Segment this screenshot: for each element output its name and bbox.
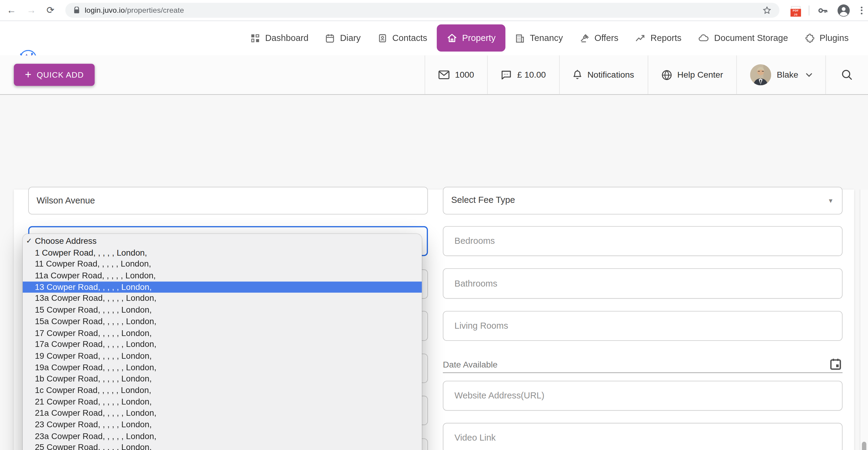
nav-reports[interactable]: Reports [627,24,690,52]
browser-profile-icon[interactable] [837,4,850,17]
app-navbar: Dashboard Diary Contacts Property [0,21,868,56]
plus-icon: + [25,69,31,80]
envelope-icon [438,71,450,79]
video-link-field[interactable] [443,423,842,450]
bathrooms-input[interactable] [443,269,842,298]
help-center-label: Help Center [677,70,723,80]
nav-tenancy[interactable]: Tenancy [507,24,571,52]
website-input[interactable] [443,382,842,410]
nav-label: Offers [594,33,618,43]
browser-menu-icon[interactable] [859,6,865,14]
user-menu[interactable]: Blake [736,56,825,94]
nav-label: Document Storage [714,33,788,43]
select-arrow-icon: ▼ [828,197,834,204]
url-path: /properties/create [125,6,184,14]
pdfjs-extension-icon[interactable]: PDF JS [791,6,801,15]
address-option[interactable]: 21a Cowper Road, , , , , London, [23,407,422,419]
address-option[interactable]: 1b Cowper Road, , , , , London, [23,373,422,385]
main-content: ✓ Choose Address 1 Cowper Road, , , , , … [0,95,868,450]
address-option[interactable]: 23a Cowper Road, , , , , London, [23,430,422,442]
bookmark-star-icon[interactable] [762,5,772,15]
address-dropdown: ✓ Choose Address 1 Cowper Road, , , , , … [23,234,422,450]
globe-icon [661,69,672,80]
nav-diary[interactable]: Diary [317,24,369,52]
fee-type-select[interactable]: Select Fee Type ▼ [443,187,842,215]
nav-label: Dashboard [265,33,308,43]
nav-label: Contacts [392,33,427,43]
dashboard-icon [250,33,260,43]
quick-bar: + QUICK ADD 1000 £ 10.00 Notifications [0,56,868,95]
contacts-icon [377,33,388,43]
address-option[interactable]: 25 Cowper Road, , , , , London, [23,442,422,450]
living-rooms-input[interactable] [443,311,842,340]
address-option[interactable]: 17a Cowper Road, , , , , London, [23,339,422,350]
date-available-label: Date Available [443,360,498,370]
address-option[interactable]: 15a Cowper Road, , , , , London, [23,316,422,328]
nav-contacts[interactable]: Contacts [369,24,435,52]
address-option-header[interactable]: ✓ Choose Address [23,235,422,247]
address-option[interactable]: 13 Cowper Road, , , , , London, [23,281,422,293]
puzzle-icon [805,33,815,43]
user-name: Blake [777,70,798,80]
password-key-icon[interactable] [818,6,829,15]
street-field[interactable] [28,187,428,215]
page-scrollbar[interactable] [860,190,868,450]
bedrooms-input[interactable] [443,227,842,256]
address-option[interactable]: 1 Cowper Road, , , , , London, [23,247,422,259]
diary-icon [325,33,335,43]
bathrooms-field[interactable] [443,269,842,299]
quick-add-button[interactable]: + QUICK ADD [14,64,95,86]
browser-chrome: ← → ⟳ login.juvo.io/properties/create PD… [0,0,868,21]
chat-bubble-icon [501,70,512,80]
nav-label: Diary [340,33,361,43]
chrome-divider [809,5,809,15]
address-option[interactable]: 21 Cowper Road, , , , , London, [23,396,422,407]
trend-icon [635,33,646,43]
address-bar[interactable]: login.juvo.io/properties/create [65,3,780,18]
notifications-button[interactable]: Notifications [559,56,647,94]
nav-label: Reports [651,33,681,43]
email-credits[interactable]: 1000 [425,56,487,94]
video-link-input[interactable] [443,423,842,450]
address-option[interactable]: 23 Cowper Road, , , , , London, [23,419,422,430]
address-option-list: ✓ Choose Address 1 Cowper Road, , , , , … [23,235,422,450]
user-avatar [750,64,771,85]
nav-plugins[interactable]: Plugins [796,24,857,52]
gavel-icon [579,33,589,43]
email-count: 1000 [455,70,474,80]
browser-back-button[interactable]: ← [7,5,16,15]
address-option[interactable]: 1c Cowper Road, , , , , London, [23,385,422,396]
nav-offers[interactable]: Offers [571,24,627,52]
home-icon [447,33,457,44]
notifications-label: Notifications [587,70,634,80]
date-available-field[interactable] [443,372,842,373]
nav-property[interactable]: Property [437,24,506,52]
calendar-icon[interactable] [830,358,841,370]
cloud-icon [698,33,709,43]
bell-icon [573,69,582,80]
search-button[interactable] [825,56,868,94]
street-input[interactable] [29,188,427,214]
address-option[interactable]: 19 Cowper Road, , , , , London, [23,350,422,362]
nav-dashboard[interactable]: Dashboard [242,24,317,52]
nav-document-storage[interactable]: Document Storage [690,24,797,52]
living-rooms-field[interactable] [443,311,842,341]
address-option[interactable]: 11 Cowper Road, , , , , London, [23,258,422,270]
sms-balance[interactable]: £ 10.00 [487,56,559,94]
scrollbar-thumb[interactable] [862,442,867,450]
lock-icon [73,7,80,14]
address-option[interactable]: 11a Cowper Road, , , , , London, [23,270,422,281]
bedrooms-field[interactable] [443,226,842,256]
address-option[interactable]: 15 Cowper Road, , , , , London, [23,305,422,316]
address-option[interactable]: 17 Cowper Road, , , , , London, [23,327,422,339]
fee-type-value: Select Fee Type [443,188,842,213]
search-icon [841,69,852,80]
help-center-button[interactable]: Help Center [648,56,737,94]
building-icon [515,33,525,43]
checkmark-icon: ✓ [26,235,34,247]
browser-forward-button[interactable]: → [27,5,36,15]
address-option[interactable]: 13a Cowper Road, , , , , London, [23,293,422,305]
browser-reload-button[interactable]: ⟳ [46,5,55,15]
address-option[interactable]: 19a Cowper Road, , , , , London, [23,362,422,373]
website-field[interactable] [443,381,842,411]
